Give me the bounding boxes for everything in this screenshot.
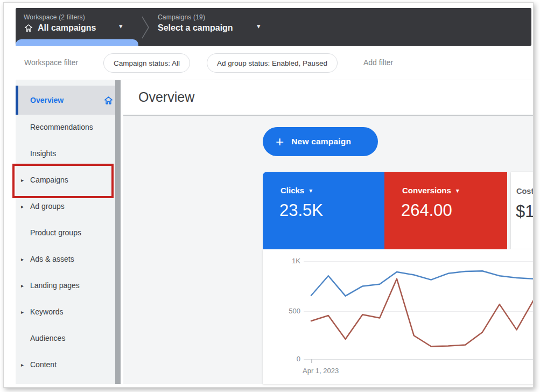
sidebar-item-ads-assets[interactable]: ▸ Ads & assets [16,248,115,270]
sidebar-item-label: Audiences [30,334,65,342]
breadcrumb-workspace-title: All campaigns [38,23,96,33]
breadcrumb-campaigns-title: Select a campaign [158,23,233,33]
chevron-down-icon[interactable]: ▾ [119,22,123,30]
sidebar-item-label: Overview [30,96,64,104]
sidebar-item-keywords[interactable]: ▸ Keywords [16,301,115,323]
sidebar-item-label: Campaigns [30,176,68,184]
breadcrumb-separator-icon [141,15,151,40]
metric-label: Conversions [402,186,451,195]
filter-bar: Workspace filter Campaign status: All Ad… [16,46,531,80]
sidebar-item-label: Product groups [30,228,81,237]
metric-card-cost[interactable]: Cost $1 [511,172,534,249]
chevron-down-icon[interactable]: ▾ [456,187,459,194]
sidebar-item-label: Ads & assets [30,255,74,263]
sidebar-item-label: Content [30,360,57,369]
new-campaign-button[interactable]: + New campaign [263,127,378,156]
page-header: Overview [123,80,534,115]
metric-label: Cost [516,187,534,195]
breadcrumb-campaigns-eyebrow: Campaigns (19) [158,13,233,21]
sidebar-item-overview[interactable]: Overview [16,86,115,115]
sidebar-navigation: Overview Recommendations Insights ▸ Camp… [16,80,115,384]
sidebar-item-label: Insights [30,149,56,158]
chevron-down-icon[interactable]: ▾ [257,22,261,30]
sidebar-item-label: Landing pages [30,281,80,290]
plus-icon: + [276,135,284,149]
metric-value: 264.00 [401,201,452,220]
chevron-down-icon[interactable]: ▾ [309,187,312,194]
sidebar-item-recommendations[interactable]: Recommendations [16,116,115,138]
metric-value: $1 [516,202,534,221]
home-icon [24,23,33,33]
sidebar-scrollbar[interactable] [115,80,121,384]
sidebar-item-label: Keywords [30,307,63,316]
expand-right-icon[interactable]: ▸ [21,177,24,183]
sidebar-item-campaigns[interactable]: ▸ Campaigns [16,169,115,191]
expand-right-icon[interactable]: ▸ [21,256,24,262]
expand-right-icon[interactable]: ▸ [21,204,24,209]
chart-line-conversions [311,279,534,347]
sidebar-item-ad-groups[interactable]: ▸ Ad groups [16,195,115,217]
sidebar-item-audiences[interactable]: Audiences [16,327,115,349]
expand-right-icon[interactable]: ▸ [21,362,24,368]
home-icon [103,95,114,106]
chart-line-clicks [311,271,534,296]
page-title: Overview [138,89,194,105]
workspace-filter-label: Workspace filter [24,58,78,67]
add-filter-button[interactable]: Add filter [363,58,393,67]
overview-chart-card: 1K 500 0 Apr 1, 2023 [263,249,534,384]
metric-value: 23.5K [279,201,323,220]
expand-right-icon[interactable]: ▸ [21,283,24,289]
breadcrumb-campaigns[interactable]: Campaigns (19) Select a campaign [158,13,233,33]
sidebar-item-content[interactable]: ▸ Content [16,354,115,375]
expand-right-icon[interactable]: ▸ [21,309,24,315]
metric-card-conversions[interactable]: Conversions ▾ 264.00 [384,172,507,249]
sidebar-item-label: Ad groups [30,202,65,211]
breadcrumb-workspace[interactable]: Workspace (2 filters) All campaigns [24,13,96,33]
metric-label: Clicks [280,186,304,195]
sidebar-item-landing-pages[interactable]: ▸ Landing pages [16,275,115,296]
breadcrumb-workspace-eyebrow: Workspace (2 filters) [24,13,96,21]
sidebar-item-product-groups[interactable]: Product groups [16,222,115,243]
active-tab-indicator [16,39,138,46]
sidebar-item-insights[interactable]: Insights [16,143,115,164]
metric-card-clicks[interactable]: Clicks ▾ 23.5K [263,172,384,249]
overview-chart-svg [263,249,534,384]
filter-chip-ad-group-status[interactable]: Ad group status: Enabled, Paused [207,53,338,73]
filter-chip-campaign-status[interactable]: Campaign status: All [103,53,190,73]
sidebar-item-label: Recommendations [30,123,93,131]
new-campaign-label: New campaign [291,137,351,146]
screenshot-frame: Workspace (2 filters) All campaigns ▾ Ca… [3,2,534,388]
